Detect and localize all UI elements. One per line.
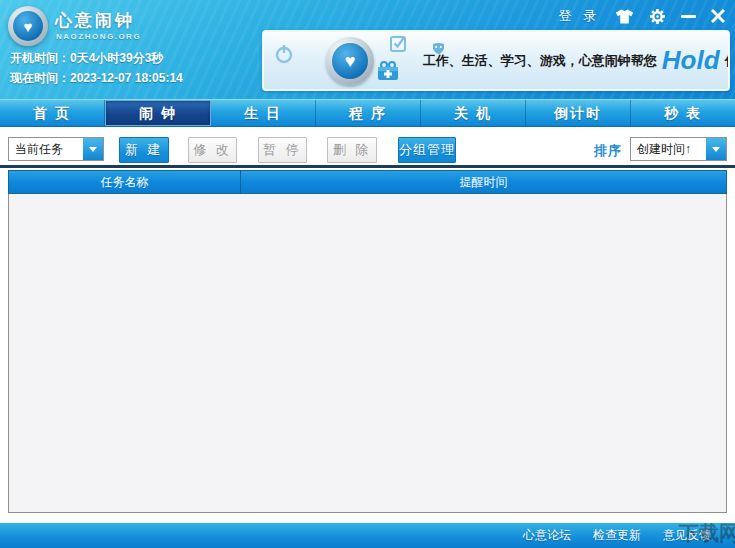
app-logo: ♥ [8,6,48,46]
minimize-button[interactable] [681,15,696,18]
task-list-empty-area [8,194,727,513]
settings-gear-icon[interactable] [649,8,666,25]
task-table-header: 任务名称 提醒时间 [8,170,727,194]
close-button[interactable] [711,9,725,23]
group-manage-button[interactable]: 分组管理 [398,137,456,163]
tab-home[interactable]: 首 页 [0,100,105,126]
banner-clock-logo: ♥ [326,37,374,85]
task-filter-value: 当前任务 [9,141,83,158]
banner-slogan-highlight: Hold [662,45,720,76]
current-time-label: 现在时间： [10,71,70,85]
power-icon [274,44,294,68]
heart-icon: ♥ [332,43,368,79]
toolbar-divider [0,165,735,168]
task-filter-select[interactable]: 当前任务 [8,137,104,161]
boot-time-value: 0天4小时39分3秒 [70,51,163,65]
window-header: ♥ 心意闹钟 NAOZHONG.ORG 登 录 [0,0,735,99]
feedback-link[interactable]: 意见反馈 [663,527,711,544]
footer-bar: 心意论坛 检查更新 意见反馈 [0,523,735,548]
sort-label: 排序 [594,142,622,160]
tab-birthday[interactable]: 生 日 [211,100,316,126]
gift-box-icon [376,60,400,86]
app-title: 心意闹钟 [55,9,135,32]
tab-countdown[interactable]: 倒计时 [526,100,631,126]
banner-slogan: 工作、生活、学习、游戏，心意闹钟帮您 Hold 住! [442,32,724,89]
app-subtitle: NAOZHONG.ORG [56,32,141,41]
chevron-down-icon[interactable] [83,138,103,160]
tab-stopwatch[interactable]: 秒 表 [631,100,735,126]
delete-task-button[interactable]: 删 除 [327,137,377,163]
forum-link[interactable]: 心意论坛 [523,527,571,544]
heart-clock-icon: ♥ [13,11,43,41]
promo-banner[interactable]: ♥ 工作、生活、学习、游戏，心意闹 [262,30,730,91]
skin-shirt-icon[interactable] [615,9,634,24]
chevron-down-icon[interactable] [706,138,726,160]
alarm-toolbar: 当前任务 新 建 修 改 暂 停 删 除 分组管理 排序 创建时间↑ [0,127,735,165]
main-nav-tabbar: 首 页 闹 钟 生 日 程 序 关 机 倒计时 秒 表 [0,99,735,127]
titlebar-controls: 登 录 [558,5,725,27]
new-task-button[interactable]: 新 建 [119,137,169,163]
check-update-link[interactable]: 检查更新 [593,527,641,544]
remind-time-column-header[interactable]: 提醒时间 [241,171,726,193]
banner-slogan-suffix: 住! [725,52,730,70]
boot-time-label: 开机时间： [10,51,70,65]
checklist-icon [390,35,408,56]
banner-slogan-text: 工作、生活、学习、游戏，心意闹钟帮您 [423,52,657,70]
boot-time: 开机时间：0天4小时39分3秒 [10,50,163,67]
task-name-column-header[interactable]: 任务名称 [9,171,241,193]
sort-value: 创建时间↑ [631,141,706,158]
login-link[interactable]: 登 录 [558,7,600,25]
tab-program[interactable]: 程 序 [316,100,421,126]
pause-task-button[interactable]: 暂 停 [258,137,307,163]
tab-shutdown[interactable]: 关 机 [421,100,526,126]
sort-select[interactable]: 创建时间↑ [630,137,727,161]
current-time: 现在时间：2023-12-07 18:05:14 [10,70,183,87]
modify-task-button[interactable]: 修 改 [188,137,237,163]
current-time-value: 2023-12-07 18:05:14 [70,71,183,85]
tab-alarm[interactable]: 闹 钟 [105,100,211,126]
